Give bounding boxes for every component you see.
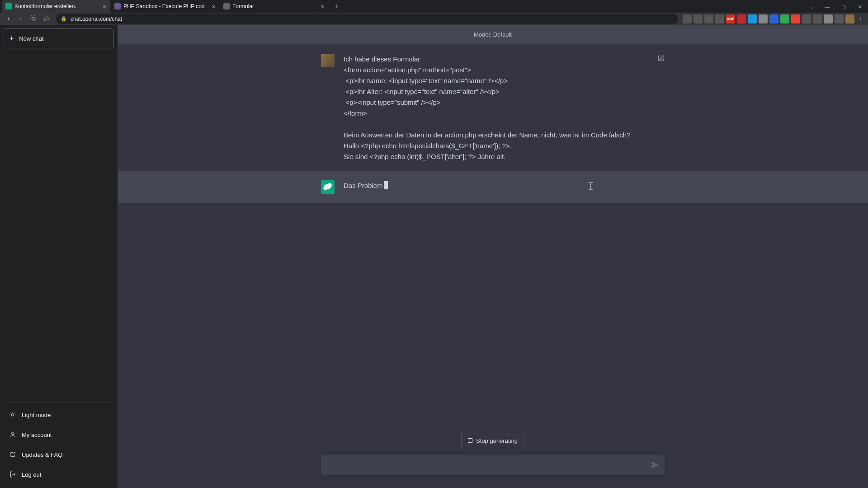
sidebar-item-label: Light mode [22,412,51,418]
sidebar-spacer [4,48,114,403]
sidebar-item-label: Log out [22,471,41,478]
conversation: Ich habe dieses Formular: <form action="… [118,45,868,488]
sidebar-item-label: My account [22,432,52,438]
extension-icon[interactable] [759,14,768,23]
url-text: chat.openai.com/chat [71,16,122,22]
sidebar-item-sun[interactable]: Light mode [4,405,114,425]
forward-button[interactable] [15,14,26,24]
extension-icon[interactable] [780,14,789,23]
address-bar[interactable]: 🔒 chat.openai.com/chat [56,14,678,24]
user-avatar [321,54,335,67]
new-tab-button[interactable]: + [331,1,342,12]
favicon-icon [5,3,12,9]
sun-icon [9,411,16,418]
user-turn: Ich habe dieses Formular: <form action="… [118,45,868,171]
tab-title: PHP Sandbox - Execute PHP cod [123,3,208,9]
extension-icon[interactable] [835,14,844,23]
edit-icon[interactable] [657,55,665,64]
reload-button[interactable] [28,14,39,24]
address-row: 🔒 chat.openai.com/chat ABP⋮ [0,13,868,25]
close-window-button[interactable]: ✕ [852,0,868,14]
window-controls: ⌄ — ▢ ✕ [803,0,868,14]
logout-icon [9,471,16,478]
user-icon [9,431,16,438]
extension-icon[interactable] [802,14,811,23]
message-input-box[interactable] [321,455,665,475]
model-label: Model: Default [474,31,512,38]
stop-generating-button[interactable]: Stop generating [461,433,524,448]
browser-tab[interactable]: Kontaktformular erstellen. × [2,0,110,13]
close-icon[interactable]: × [101,3,108,9]
sidebar-item-user[interactable]: My account [4,425,114,445]
maximize-button[interactable]: ▢ [835,0,852,14]
back-button[interactable] [3,14,14,24]
sidebar-item-external[interactable]: Updates & FAQ [4,445,114,465]
message-input[interactable] [326,455,651,475]
extension-icon[interactable] [824,14,833,23]
app-root: + New chat Light modeMy accountUpdates &… [0,25,868,488]
minimize-button[interactable]: — [819,0,835,14]
extension-icon[interactable] [683,14,692,23]
extension-icon[interactable]: ⋮ [856,14,865,23]
home-button[interactable] [41,14,52,24]
dropdown-icon[interactable]: ⌄ [803,0,819,14]
close-icon[interactable]: × [319,3,326,9]
stop-label: Stop generating [476,437,518,444]
browser-tab[interactable]: Formular × [220,0,328,13]
new-chat-label: New chat [19,35,43,42]
favicon-icon [114,3,121,9]
main-content: Model: Default Ich habe dieses Formular:… [118,25,868,488]
assistant-turn: Das Problem [118,171,868,203]
user-message: Ich habe dieses Formular: <form action="… [344,54,665,162]
browser-tab[interactable]: PHP Sandbox - Execute PHP cod × [111,0,219,13]
external-icon [9,451,16,458]
assistant-partial-text: Das Problem [344,182,383,189]
browser-chrome: Kontaktformular erstellen. × PHP Sandbox… [0,0,868,25]
extension-icon[interactable]: ABP [726,14,735,23]
bottom-area: Stop generating [118,427,868,488]
sidebar-item-logout[interactable]: Log out [4,465,114,484]
sidebar-item-label: Updates & FAQ [22,451,62,458]
extension-icon[interactable] [704,14,713,23]
typing-cursor-icon [384,181,388,189]
close-icon[interactable]: × [210,3,217,9]
extension-icon[interactable] [748,14,757,23]
extension-icon[interactable] [769,14,778,23]
sidebar-footer: Light modeMy accountUpdates & FAQLog out [4,403,114,484]
assistant-avatar [321,180,335,194]
extension-icons: ABP⋮ [683,14,865,23]
tab-title: Kontaktformular erstellen. [14,3,99,9]
plus-icon: + [9,35,14,42]
new-chat-button[interactable]: + New chat [4,28,114,48]
assistant-message: Das Problem [344,180,665,194]
extension-icon[interactable] [813,14,822,23]
extension-icon[interactable] [737,14,746,23]
extension-icon[interactable] [715,14,724,23]
svg-point-1 [11,432,14,435]
send-icon[interactable] [651,461,659,469]
stop-icon [468,438,472,443]
favicon-icon [223,3,230,9]
model-header: Model: Default [118,25,868,45]
extension-icon[interactable] [791,14,800,23]
tab-strip: Kontaktformular erstellen. × PHP Sandbox… [0,0,868,13]
extension-icon[interactable] [845,14,854,23]
lock-icon: 🔒 [61,16,67,22]
tab-title: Formular [232,3,316,9]
sidebar: + New chat Light modeMy accountUpdates &… [0,25,118,488]
extension-icon[interactable] [693,14,703,23]
svg-point-0 [11,413,14,416]
